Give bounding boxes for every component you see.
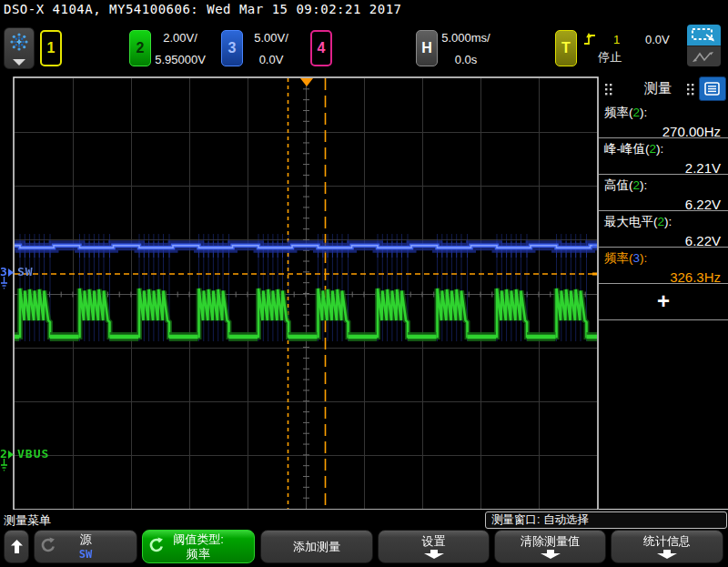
ch2-offset: 5.95000V	[152, 53, 208, 67]
trigger-level: 0.0V	[645, 33, 670, 46]
svg-text:2: 2	[0, 447, 7, 461]
spark-logo-icon	[7, 30, 31, 54]
channel-2-settings: 2.00V/ 5.95000V	[152, 31, 208, 67]
chevron-down-icon	[13, 59, 25, 66]
measurement-row[interactable]: 峰-峰值(2): 2.21V	[599, 138, 728, 175]
softkey-settings[interactable]: 设置	[378, 530, 490, 563]
measurement-row[interactable]: 高值(2): 6.22V	[599, 175, 728, 211]
scope-display-area: 3 SW 2 VBUS 测量	[0, 76, 728, 510]
up-arrow-icon	[11, 540, 23, 553]
channel-3-label: SW	[17, 265, 34, 278]
down-arrow-icon	[541, 550, 561, 559]
ch3-offset: 0.0V	[243, 53, 299, 67]
softkey-threshold-label: 阈值类型:	[173, 532, 224, 547]
back-button[interactable]	[4, 530, 29, 563]
measurement-name: 频率	[604, 106, 629, 119]
measurement-name: 峰-峰值	[604, 142, 645, 156]
horizontal-button[interactable]: H	[416, 30, 438, 66]
panel-menu-button[interactable]	[699, 76, 726, 101]
knob-icon	[148, 537, 164, 552]
channel-3-ground-marker[interactable]: 3	[0, 264, 15, 290]
svg-text:3: 3	[0, 265, 7, 278]
softkey-add-measurement[interactable]: 添加测量	[260, 530, 373, 563]
channel-2-button[interactable]: 2	[129, 30, 151, 66]
drag-grip-icon[interactable]	[687, 84, 694, 96]
timebase-delay: 0.0s	[438, 53, 494, 67]
toolbar: 1 2 2.00V/ 5.95000V 3 5.00V/ 0.0V 4 H 5.…	[0, 20, 728, 76]
measurements-panel: 测量 频率(2): 270.	[599, 76, 728, 510]
softkey-statistics[interactable]: 统计信息	[611, 530, 723, 563]
ch3-scale: 5.00V/	[243, 31, 299, 46]
measurement-value: 6.22V	[604, 197, 721, 212]
measurements-panel-header: 测量	[599, 76, 728, 102]
trigger-button[interactable]: T	[555, 30, 577, 66]
down-arrow-icon	[424, 550, 444, 559]
channel-1-button[interactable]: 1	[40, 30, 62, 66]
panel-title: 测量	[626, 80, 690, 97]
channel-2-label: VBUS	[17, 447, 49, 461]
measurement-value: 326.3Hz	[604, 269, 721, 285]
menu-title: 测量菜单	[4, 512, 51, 529]
measurement-value: 2.21V	[604, 160, 721, 176]
measurement-channel: 2	[633, 106, 641, 119]
knob-icon	[40, 537, 56, 552]
down-arrow-icon	[657, 550, 677, 559]
acquisition-status: 停止	[598, 49, 622, 66]
softkey-threshold-type[interactable]: 阈值类型: 频率	[142, 530, 255, 563]
add-measurement-button[interactable]: +	[599, 284, 728, 320]
measurement-channel: 3	[633, 251, 641, 265]
softkey-bar: 测量菜单 测量窗口: 自动选择 源 SW 阈值类型: 频率 添加测量	[0, 510, 728, 567]
channel-4-button[interactable]: 4	[310, 30, 332, 66]
measurement-row[interactable]: 最大电平(2): 6.22V	[599, 211, 728, 248]
measurement-value: 6.22V	[604, 233, 721, 248]
measurement-name: 最大电平	[604, 215, 653, 228]
measurement-name: 高值	[604, 178, 629, 192]
measurement-name: 频率	[604, 251, 629, 265]
pan-zoom-button[interactable]	[687, 46, 721, 66]
trigger-source: 1	[613, 33, 620, 46]
measurement-window-info: 测量窗口: 自动选择	[485, 511, 727, 529]
zone-trigger-button[interactable]	[687, 25, 721, 46]
zone-trigger-icon	[690, 27, 718, 43]
softkey-source[interactable]: 源 SW	[34, 530, 137, 563]
horizontal-settings: 5.000ms/ 0.0s	[438, 31, 494, 67]
pan-zoom-icon	[692, 50, 716, 64]
softkey-source-label: 源	[80, 532, 92, 547]
measurement-channel: 2	[658, 215, 665, 228]
measurement-value: 270.00Hz	[604, 124, 721, 139]
channel-3-settings: 5.00V/ 0.0V	[243, 31, 299, 67]
instrument-id-and-clock: DSO-X 4104A, MY54100606: Wed Mar 15 09:0…	[4, 2, 402, 18]
measurement-list: 频率(2): 270.00Hz 峰-峰值(2): 2.21V 高值(2): 6.…	[599, 102, 728, 320]
drag-grip-icon[interactable]	[605, 84, 612, 96]
waveform-canvas[interactable]	[0, 76, 599, 510]
timebase-scale: 5.000ms/	[438, 31, 494, 46]
softkey-threshold-value: 频率	[187, 547, 210, 562]
measurement-channel: 2	[633, 178, 641, 192]
rising-edge-icon	[583, 32, 597, 46]
softkey-source-value: SW	[79, 547, 92, 562]
list-icon	[704, 82, 721, 96]
measurement-channel: 2	[650, 142, 657, 156]
channel-2-ground-marker[interactable]: 2	[0, 446, 15, 472]
main-menu-button[interactable]	[4, 27, 35, 69]
ch2-scale: 2.00V/	[152, 31, 208, 46]
measurement-row[interactable]: 频率(3): 326.3Hz	[599, 248, 728, 284]
measurement-row[interactable]: 频率(2): 270.00Hz	[599, 102, 728, 138]
channel-3-button[interactable]: 3	[221, 30, 243, 66]
oscilloscope-screen: DSO-X 4104A, MY54100606: Wed Mar 15 09:0…	[0, 0, 728, 567]
softkey-clear-measurements[interactable]: 清除测量值	[494, 530, 606, 563]
